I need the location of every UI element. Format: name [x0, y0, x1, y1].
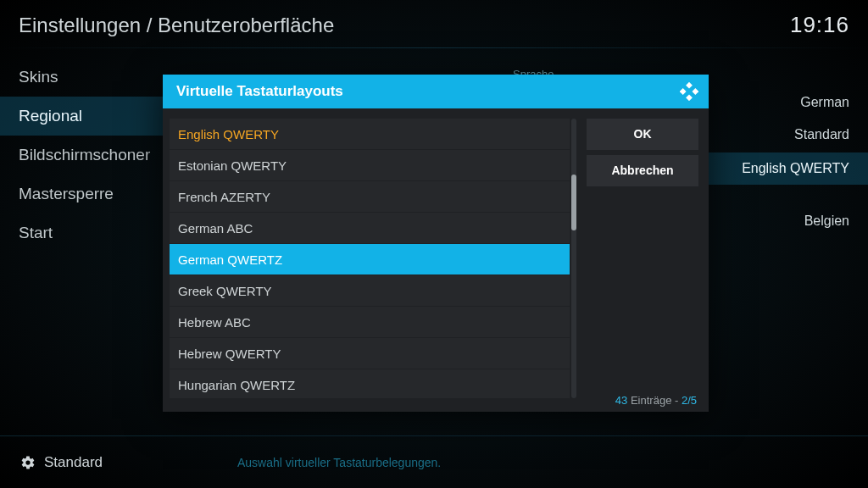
footer: Standard Auswahl virtueller Tastaturbele… [0, 435, 868, 488]
ok-button[interactable]: OK [587, 119, 698, 150]
dialog-title: Virtuelle Tastaturlayouts [176, 83, 343, 100]
setting-value-keyboard[interactable]: English QWERTY [708, 152, 868, 185]
page-title: Einstellungen / Benutzeroberfläche [19, 14, 334, 37]
entries-word: Einträge [631, 394, 671, 407]
dialog-buttons: OK Abbrechen [587, 119, 698, 191]
dialog-footer: 43 Einträge - 2/5 [615, 394, 697, 407]
page-indicator: 2/5 [682, 394, 697, 407]
dialog-keyboard-layouts: Virtuelle Tastaturlayouts English QWERTY… [163, 75, 709, 412]
app-root: Einstellungen / Benutzeroberfläche 19:16… [0, 0, 868, 488]
layout-option[interactable]: Estonian QWERTY [170, 150, 570, 181]
gear-icon [20, 455, 36, 470]
settings-level[interactable]: Standard [0, 454, 103, 471]
layout-option[interactable]: German QWERTZ [170, 244, 570, 275]
layout-option[interactable]: Hebrew ABC [170, 307, 570, 338]
svg-rect-1 [680, 88, 687, 95]
svg-rect-2 [692, 88, 698, 95]
scrollbar[interactable] [571, 119, 576, 398]
entries-count: 43 [615, 394, 627, 407]
dialog-body: English QWERTYEstonian QWERTYFrench AZER… [163, 108, 709, 412]
svg-rect-0 [686, 82, 693, 89]
layout-option[interactable]: German ABC [170, 213, 570, 244]
layout-option[interactable]: Hebrew QWERTY [170, 338, 570, 369]
cancel-button[interactable]: Abbrechen [587, 155, 698, 186]
footer-hint: Auswahl virtueller Tastaturbelegungen. [237, 456, 441, 469]
kodi-icon [680, 82, 698, 101]
settings-level-label: Standard [44, 454, 103, 471]
layout-option[interactable]: French AZERTY [170, 181, 570, 213]
layout-option[interactable]: Greek QWERTY [170, 275, 570, 307]
entries-sep: - [671, 394, 682, 407]
layout-option[interactable]: English QWERTY [170, 119, 570, 150]
setting-value-standard[interactable]: Standard [794, 127, 849, 142]
setting-value-country[interactable]: Belgien [804, 214, 849, 229]
layout-list: English QWERTYEstonian QWERTYFrench AZER… [170, 119, 570, 398]
scrollbar-thumb[interactable] [571, 175, 576, 230]
clock: 19:16 [790, 12, 849, 38]
divider [0, 47, 868, 48]
dialog-header: Virtuelle Tastaturlayouts [163, 75, 709, 108]
layout-option[interactable]: Hungarian QWERTZ [170, 369, 570, 398]
header: Einstellungen / Benutzeroberfläche 19:16 [19, 12, 849, 38]
setting-value-language[interactable]: German [800, 95, 849, 110]
svg-rect-3 [686, 94, 693, 101]
